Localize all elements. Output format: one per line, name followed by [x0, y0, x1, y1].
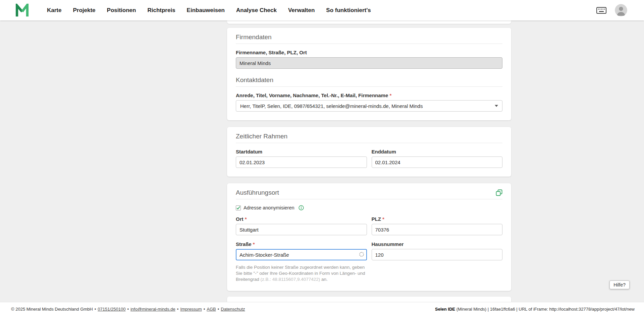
required-asterisk: * — [382, 216, 384, 222]
enddatum-label: Enddatum — [372, 149, 503, 155]
footer-link-phone[interactable]: 07151/250100 — [98, 307, 125, 312]
required-asterisk: * — [245, 216, 247, 222]
hausnummer-field: Hausnummer — [372, 241, 503, 260]
company-name-label: Firmenname, Straße, PLZ, Ort — [236, 50, 502, 56]
startdatum-input[interactable] — [236, 156, 367, 168]
ort-label-text: Ort — [236, 216, 244, 222]
separator: • — [95, 307, 96, 312]
separator: • — [127, 307, 129, 312]
startdatum-label: Startdatum — [236, 149, 367, 155]
card-partial-top — [227, 20, 511, 24]
card-firmendaten: Firmendaten Firmenname, Straße, PLZ, Ort… — [227, 28, 511, 120]
section-title-kontaktdaten: Kontaktdaten — [236, 76, 502, 84]
hausnummer-label: Hausnummer — [372, 241, 503, 247]
plz-label-text: PLZ — [372, 216, 381, 222]
enddatum-field: Enddatum — [372, 149, 503, 168]
duplicate-icon[interactable] — [496, 189, 502, 196]
footer-debug-info: (Mineral Minds) | 16fae1ffc6a6 | URL of … — [457, 307, 635, 312]
mineral-minds-logo-icon[interactable] — [15, 4, 29, 17]
strasse-helper-text: Falls die Position keiner Straße zugeord… — [236, 264, 367, 282]
contact-select-value: Herr, TitelP, Selen, IDE, 0987/654321, s… — [240, 103, 423, 109]
plz-field: PLZ * — [372, 216, 503, 235]
nav-item-einbauweisen[interactable]: Einbauweisen — [181, 7, 230, 14]
required-asterisk: * — [253, 241, 255, 247]
footer-link-email[interactable]: info@mineral-minds.de — [130, 307, 175, 312]
chevron-down-icon — [495, 105, 498, 107]
form-column: Firmendaten Firmenname, Straße, PLZ, Ort… — [227, 20, 511, 310]
loading-spinner-icon — [359, 252, 364, 257]
contact-label: Anrede, Titel, Vorname, Nachname, Tel.-N… — [236, 92, 502, 99]
anonymize-label: Adresse anonymisieren — [244, 205, 294, 210]
help-button[interactable]: Hilfe? — [609, 280, 630, 289]
section-title-zeitlicher-rahmen: Zeitlicher Rahmen — [236, 132, 502, 140]
nav-item-verwalten[interactable]: Verwalten — [282, 7, 320, 14]
separator: • — [218, 307, 219, 312]
contact-label-text: Anrede, Titel, Vorname, Nachname, Tel.-N… — [236, 92, 388, 98]
required-asterisk: * — [389, 92, 391, 98]
company-name-input — [236, 57, 502, 69]
keyboard-icon[interactable] — [596, 7, 606, 14]
card-ausfuehrungsort: Ausführungsort Adresse anonymisieren — [227, 183, 511, 291]
footer-link-datenschutz[interactable]: Datenschutz — [221, 307, 245, 312]
navbar-right — [596, 4, 627, 16]
strasse-field: Straße * — [236, 241, 367, 260]
user-avatar[interactable] — [615, 4, 627, 16]
section-title-ausfuehrungsort: Ausführungsort — [236, 189, 279, 197]
main-nav: Karte Projekte Positionen Richtpreis Ein… — [41, 7, 377, 14]
nav-item-karte[interactable]: Karte — [41, 7, 67, 14]
nav-item-richtpreis[interactable]: Richtpreis — [142, 7, 181, 14]
footer-right: Selen IDE (Mineral Minds) | 16fae1ffc6a6… — [435, 307, 635, 312]
anonymize-checkbox[interactable] — [236, 205, 241, 210]
helper-example-text: (z.B.: 48.8115607,9.4077422) — [261, 277, 320, 282]
footer-link-agb[interactable]: AGB — [207, 307, 216, 312]
divider — [236, 86, 502, 87]
strasse-label-text: Straße — [236, 241, 252, 247]
navbar: Karte Projekte Positionen Richtpreis Ein… — [0, 0, 644, 20]
strasse-label: Straße * — [236, 241, 367, 247]
footer: © 2025 Mineral Minds Deutschland GmbH • … — [0, 302, 644, 316]
startdatum-field: Startdatum — [236, 149, 367, 168]
section-title-firmendaten: Firmendaten — [236, 33, 502, 41]
nav-item-positionen[interactable]: Positionen — [101, 7, 142, 14]
card-zeitlicher-rahmen: Zeitlicher Rahmen Startdatum Enddatum — [227, 127, 511, 177]
footer-left: © 2025 Mineral Minds Deutschland GmbH • … — [11, 307, 245, 312]
contact-select[interactable]: Herr, TitelP, Selen, IDE, 0987/654321, s… — [236, 100, 502, 112]
info-icon[interactable] — [299, 205, 304, 210]
helper-suffix-text: an. — [321, 277, 328, 282]
ort-label: Ort * — [236, 216, 367, 222]
nav-item-so-funktionierts[interactable]: So funktioniert's — [320, 7, 376, 14]
enddatum-input[interactable] — [372, 156, 503, 168]
divider — [236, 199, 502, 199]
plz-label: PLZ * — [372, 216, 503, 222]
divider — [236, 143, 502, 143]
separator: • — [177, 307, 179, 312]
divider — [236, 44, 502, 44]
hausnummer-input[interactable] — [372, 249, 503, 260]
nav-item-analyse-check[interactable]: Analyse Check — [230, 7, 282, 14]
ort-input[interactable] — [236, 224, 367, 235]
nav-item-projekte[interactable]: Projekte — [67, 7, 101, 14]
separator: • — [204, 307, 205, 312]
footer-link-impressum[interactable]: Impressum — [180, 307, 202, 312]
anonymize-row: Adresse anonymisieren — [236, 205, 502, 210]
ort-field: Ort * — [236, 216, 367, 235]
strasse-input[interactable] — [236, 249, 367, 260]
footer-app-name: Selen IDE — [435, 307, 455, 312]
plz-input[interactable] — [372, 224, 503, 235]
copyright-text: © 2025 Mineral Minds Deutschland GmbH — [11, 307, 93, 312]
